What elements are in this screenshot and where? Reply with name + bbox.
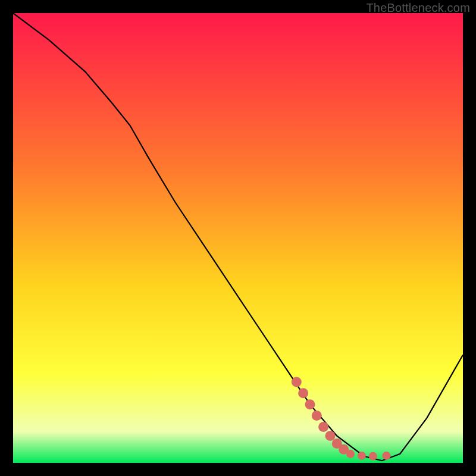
marker-dot (325, 431, 336, 441)
marker-dot (305, 399, 315, 409)
marker-dot (312, 411, 322, 421)
marker-dot (318, 422, 328, 432)
watermark-text: TheBottleneck.com (366, 1, 470, 15)
chart-plot-area (13, 13, 463, 463)
chart-svg (13, 13, 463, 463)
marker-dot (369, 452, 377, 461)
marker-dot (292, 377, 302, 387)
marker-dot (358, 452, 366, 460)
chart-background-gradient (13, 13, 463, 463)
marker-dot (383, 452, 391, 460)
marker-dot (298, 388, 308, 398)
marker-dot (346, 450, 355, 458)
